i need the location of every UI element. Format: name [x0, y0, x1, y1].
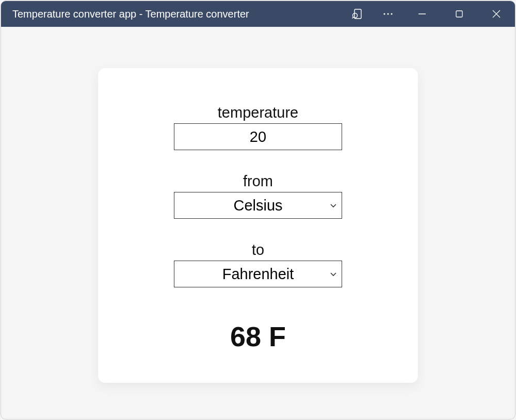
- svg-point-3: [383, 13, 385, 14]
- to-field-group: to Fahrenheit: [174, 241, 342, 287]
- from-select-wrap: Celsius: [174, 192, 342, 219]
- to-select-wrap: Fahrenheit: [174, 261, 342, 287]
- to-label: to: [252, 241, 264, 259]
- more-icon: [383, 12, 393, 15]
- app-window: Temperature converter app - Temperature …: [1, 1, 515, 419]
- maximize-button[interactable]: [441, 1, 478, 27]
- from-label: from: [243, 173, 273, 190]
- client-area: temperature from Celsius to: [1, 27, 515, 419]
- titlebar-controls: [342, 1, 515, 27]
- search-button[interactable]: [342, 1, 373, 27]
- to-select[interactable]: Fahrenheit: [174, 261, 342, 287]
- svg-point-5: [391, 13, 392, 14]
- svg-point-4: [387, 13, 389, 14]
- close-button[interactable]: [478, 1, 515, 27]
- temperature-label: temperature: [218, 104, 298, 121]
- svg-point-1: [353, 13, 358, 18]
- minimize-icon: [418, 10, 426, 18]
- result-text: 68 F: [230, 320, 286, 352]
- svg-rect-0: [354, 9, 361, 19]
- from-select[interactable]: Celsius: [174, 192, 342, 219]
- titlebar: Temperature converter app - Temperature …: [1, 1, 515, 27]
- temperature-field-group: temperature: [174, 104, 342, 150]
- window-title: Temperature converter app - Temperature …: [1, 8, 342, 20]
- svg-rect-7: [456, 11, 462, 17]
- more-button[interactable]: [373, 1, 404, 27]
- converter-card: temperature from Celsius to: [98, 68, 418, 383]
- search-icon: [351, 8, 363, 20]
- minimize-button[interactable]: [404, 1, 441, 27]
- svg-line-2: [352, 18, 353, 19]
- temperature-input[interactable]: [174, 123, 342, 150]
- close-icon: [492, 10, 501, 18]
- from-field-group: from Celsius: [174, 173, 342, 219]
- maximize-icon: [456, 10, 463, 18]
